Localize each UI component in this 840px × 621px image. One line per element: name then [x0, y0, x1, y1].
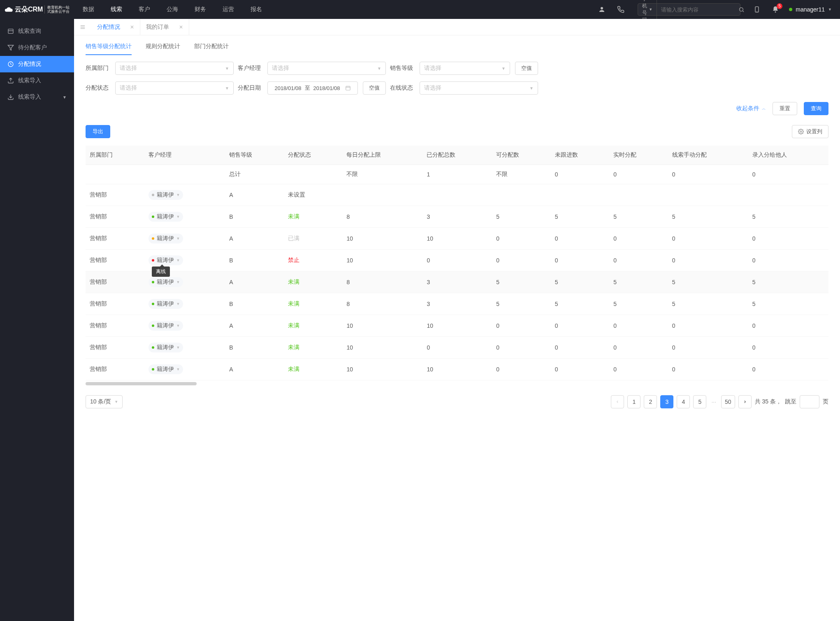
top-menu: 数据线索客户公海财务运营报名	[82, 6, 263, 13]
status-dot-icon	[152, 215, 154, 218]
cell: 0	[551, 359, 610, 380]
filter-select-online[interactable]: 请选择 ▼	[420, 81, 538, 95]
cell: 0	[551, 315, 610, 337]
page-size-select[interactable]: 10 条/页 ▼	[86, 395, 123, 408]
logo[interactable]: 云朵CRM 教育机构一站式服务云平台	[4, 5, 70, 14]
manager-pill[interactable]: 籍涛伊▼离线	[149, 255, 183, 265]
reset-button[interactable]: 重置	[773, 102, 797, 115]
sidebar-label: 分配情况	[18, 60, 41, 68]
sidebar-item[interactable]: 线索查询	[0, 23, 74, 39]
cell-dept: 营销部	[86, 293, 144, 315]
cell	[422, 184, 492, 206]
columns-button[interactable]: 设置列	[792, 125, 828, 138]
cell: 5	[668, 293, 748, 315]
top-menu-item[interactable]: 财务	[194, 6, 207, 13]
cell: 10	[342, 337, 422, 359]
chevron-down-icon: ▼	[176, 215, 180, 219]
page-number[interactable]: 1	[627, 395, 640, 408]
top-menu-item[interactable]: 线索	[110, 6, 123, 13]
menu-toggle-icon[interactable]	[74, 24, 91, 30]
close-icon[interactable]: ✕	[130, 24, 134, 30]
sidebar-label: 线索导入	[18, 77, 41, 84]
filter-select-status[interactable]: 请选择 ▼	[115, 81, 234, 95]
top-menu-item[interactable]: 报名	[250, 6, 263, 13]
cell: 10	[342, 315, 422, 337]
cell-dept: 营销部	[86, 337, 144, 359]
manager-pill[interactable]: 籍涛伊▼	[149, 364, 183, 374]
page-tab[interactable]: 我的订单✕	[140, 19, 189, 35]
manager-pill[interactable]: 籍涛伊▼	[149, 321, 183, 331]
empty-value-button-level[interactable]: 空值	[515, 62, 538, 75]
cell-status: 已满	[284, 228, 343, 250]
page-tab[interactable]: 分配情况✕	[91, 19, 140, 35]
page-next[interactable]	[738, 395, 752, 408]
manager-pill[interactable]: 籍涛伊▼	[149, 343, 183, 352]
manager-pill[interactable]: 籍涛伊▼	[149, 299, 183, 309]
bell-icon[interactable]: 5	[766, 6, 785, 13]
table-row: 营销部籍涛伊▼A未满101000000	[86, 359, 828, 380]
chevron-down-icon: ▼	[501, 66, 506, 71]
top-menu-item[interactable]: 数据	[82, 6, 95, 13]
collapse-link[interactable]: 收起条件 ︿	[736, 105, 766, 112]
chevron-down-icon: ▼	[225, 66, 229, 71]
page-number[interactable]: 2	[644, 395, 657, 408]
sidebar-icon	[7, 28, 14, 35]
cell: 0	[551, 337, 610, 359]
page-number[interactable]: 5	[693, 395, 706, 408]
manager-pill[interactable]: 籍涛伊▼	[149, 277, 183, 287]
page-number[interactable]: 3	[660, 395, 673, 408]
top-menu-item[interactable]: 客户	[138, 6, 151, 13]
filter-label-dept: 所属部门	[86, 65, 110, 72]
cell: 0	[492, 359, 551, 380]
sub-tab[interactable]: 销售等级分配统计	[86, 43, 132, 54]
cell-level: A	[225, 271, 284, 293]
svg-point-1	[740, 7, 743, 11]
cloud-icon	[4, 5, 13, 14]
sidebar-item[interactable]: 分配情况	[0, 56, 74, 72]
horizontal-scrollbar[interactable]	[86, 382, 197, 385]
phone-icon[interactable]	[611, 6, 630, 13]
search-icon[interactable]	[734, 7, 749, 13]
top-menu-item[interactable]: 运营	[222, 6, 235, 13]
top-menu-item[interactable]: 公海	[166, 6, 179, 13]
sidebar-item[interactable]: 线索导入	[0, 72, 74, 89]
page-number[interactable]: 4	[677, 395, 690, 408]
export-button[interactable]: 导出	[86, 125, 110, 138]
sidebar-item[interactable]: 待分配客户	[0, 39, 74, 56]
cell-status: 未满	[284, 359, 343, 380]
date-range-picker[interactable]: 2018/01/08 至 2018/01/08	[267, 81, 358, 95]
cell-dept: 营销部	[86, 206, 144, 228]
search-input[interactable]	[657, 7, 734, 13]
empty-value-button-date[interactable]: 空值	[363, 81, 386, 95]
cell: 0	[609, 337, 668, 359]
sidebar-icon	[7, 44, 14, 51]
cell: 0	[748, 165, 828, 184]
chevron-down-icon: ▼	[176, 280, 180, 284]
filter-select-dept[interactable]: 请选择 ▼	[115, 62, 234, 75]
filter-label-status: 分配状态	[86, 84, 110, 92]
column-header: 分配状态	[284, 146, 343, 165]
sub-tab[interactable]: 规则分配统计	[146, 43, 180, 54]
sidebar-item[interactable]: 线索导入▼	[0, 89, 74, 105]
filter-select-manager[interactable]: 请选择 ▼	[267, 62, 386, 75]
cell: 5	[668, 271, 748, 293]
cell: 0	[492, 337, 551, 359]
user-menu[interactable]: manager11 ▼	[789, 6, 832, 13]
mobile-icon[interactable]	[748, 5, 766, 14]
manager-pill[interactable]: 籍涛伊▼	[149, 190, 183, 200]
sidebar-label: 待分配客户	[18, 44, 47, 51]
close-icon[interactable]: ✕	[179, 24, 183, 30]
cell: 0	[668, 337, 748, 359]
chevron-down-icon: ▼	[176, 367, 180, 371]
query-button[interactable]: 查询	[804, 102, 828, 115]
jump-input[interactable]	[800, 395, 819, 408]
user-icon[interactable]	[592, 6, 611, 13]
table-scroll[interactable]: 所属部门客户经理销售等级分配状态每日分配上限已分配总数可分配数未跟进数实时分配线…	[86, 146, 828, 385]
manager-pill[interactable]: 籍涛伊▼	[149, 212, 183, 222]
filter-select-level[interactable]: 请选择 ▼	[420, 62, 510, 75]
manager-pill[interactable]: 籍涛伊▼	[149, 234, 183, 243]
sub-tab[interactable]: 部门分配统计	[194, 43, 229, 54]
column-header: 每日分配上限	[342, 146, 422, 165]
page-prev[interactable]	[611, 395, 624, 408]
page-last[interactable]: 50	[721, 395, 735, 408]
